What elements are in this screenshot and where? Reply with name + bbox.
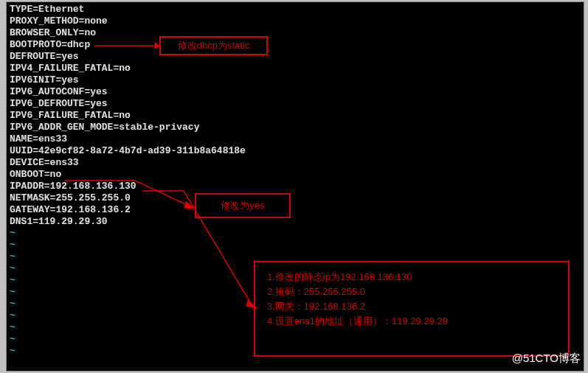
vi-tilde: ~: [10, 228, 581, 240]
config-line: NAME=ens33: [10, 133, 581, 145]
config-line: DEFROUTE=yes: [10, 51, 581, 63]
config-line: IPV6_DEFROUTE=yes: [10, 98, 581, 110]
config-line: IPV6_FAILURE_FATAL=no: [10, 110, 581, 122]
annotation-line: 3.网关：192.168.136.2: [267, 299, 556, 314]
arrow-bootproto: [94, 43, 159, 49]
annotation-text: 修改dhcp为static: [178, 39, 250, 52]
svg-line-6: [184, 191, 252, 306]
vi-tilde: ~: [10, 240, 581, 251]
svg-marker-7: [246, 300, 257, 309]
config-line: IPV6INIT=yes: [10, 74, 581, 86]
arrow-ipaddr: [143, 188, 257, 310]
watermark: @51CTO博客: [512, 352, 581, 366]
config-line: IPV6_ADDR_GEN_MODE=stable-privacy: [10, 122, 581, 133]
annotation-bootproto: 修改dhcp为static: [159, 36, 268, 55]
config-line: IPV4_FAILURE_FATAL=no: [10, 63, 581, 74]
svg-marker-1: [155, 43, 159, 49]
config-line: BROWSER_ONLY=no: [10, 27, 581, 39]
config-line: PROXY_METHOD=none: [10, 15, 581, 27]
annotation-network-settings: 1.修改的静态ip为192.168.136.130 2.掩码：255.255.2…: [254, 261, 570, 357]
config-line: DEVICE=ens33: [10, 157, 581, 169]
config-line: DNS1=119.29.29.30: [10, 216, 581, 228]
config-line: TYPE=Ethernet: [10, 4, 581, 15]
annotation-line: 1.修改的静态ip为192.168.136.130: [267, 270, 556, 285]
annotation-line: 4.设置ens1的地址（通用）：119.29.29.29: [267, 314, 556, 329]
config-line: UUID=42e9cf82-8a72-4b7d-ad39-311b8a64818…: [10, 145, 581, 157]
annotation-line: 2.掩码：255.255.255.0: [267, 285, 556, 299]
config-line: IPV6_AUTOCONF=yes: [10, 86, 581, 98]
